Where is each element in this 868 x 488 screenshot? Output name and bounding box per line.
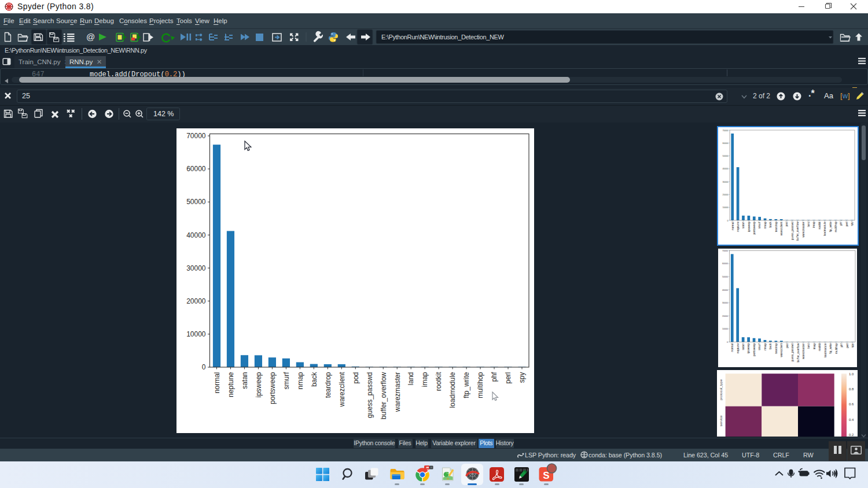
svg-text:0.8: 0.8	[849, 387, 854, 391]
svg-text:portsweep: portsweep	[753, 221, 756, 234]
svg-text:normal: normal	[731, 221, 734, 230]
svg-text:50000: 50000	[723, 155, 729, 157]
svg-text:ftp_write: ftp_write	[462, 372, 470, 398]
svg-text:service: service	[719, 415, 723, 427]
svg-text:ipsweep: ipsweep	[747, 343, 750, 353]
svg-text:multihop: multihop	[476, 372, 484, 398]
svg-text:60000: 60000	[722, 263, 728, 265]
svg-text:60000: 60000	[186, 165, 206, 173]
svg-text:ftp_write: ftp_write	[829, 343, 832, 353]
svg-text:satan: satan	[742, 343, 745, 350]
svg-text:nmap: nmap	[764, 221, 767, 228]
svg-text:smurf: smurf	[758, 343, 761, 350]
svg-text:imap: imap	[812, 221, 815, 228]
svg-text:buffer_overflow: buffer_overflow	[380, 372, 388, 419]
svg-text:teardrop: teardrop	[324, 372, 332, 398]
svg-text:loadmodule: loadmodule	[823, 221, 826, 236]
svg-text:warezmaster: warezmaster	[802, 221, 805, 238]
svg-text:normal: normal	[731, 343, 734, 352]
svg-text:loadmodule: loadmodule	[448, 372, 457, 408]
svg-text:warezclient: warezclient	[780, 343, 783, 357]
svg-text:imap: imap	[421, 372, 429, 387]
svg-text:40000: 40000	[723, 168, 729, 170]
svg-text:10000: 10000	[723, 206, 729, 209]
svg-text:perl: perl	[504, 372, 512, 384]
svg-text:back: back	[310, 372, 318, 387]
svg-text:land: land	[407, 372, 415, 386]
svg-text:neptune: neptune	[737, 343, 740, 353]
svg-text:imap: imap	[813, 343, 816, 349]
svg-text:back: back	[769, 221, 772, 228]
svg-text:30000: 30000	[722, 302, 728, 304]
svg-text:loadmodule: loadmodule	[824, 343, 827, 357]
svg-text:warezmaster: warezmaster	[802, 343, 805, 359]
svg-text:normal: normal	[213, 372, 221, 394]
svg-text:multihop: multihop	[835, 343, 838, 353]
svg-text:70000: 70000	[723, 130, 729, 132]
svg-text:20000: 20000	[722, 315, 728, 317]
svg-text:ipsweep: ipsweep	[748, 221, 751, 232]
svg-text:40000: 40000	[722, 289, 728, 291]
svg-text:spy: spy	[518, 372, 526, 383]
svg-text:50000: 50000	[186, 198, 206, 206]
svg-text:40000: 40000	[186, 231, 206, 239]
svg-text:rootkit: rootkit	[818, 343, 821, 351]
svg-text:nmap: nmap	[764, 343, 767, 350]
svg-text:10000: 10000	[186, 330, 206, 338]
svg-text:neptune: neptune	[227, 372, 235, 397]
svg-text:land: land	[807, 221, 810, 227]
svg-text:phf: phf	[490, 372, 498, 382]
svg-text:50000: 50000	[722, 276, 728, 278]
svg-text:teardrop: teardrop	[775, 221, 778, 232]
svg-text:142 %: 142 %	[153, 110, 174, 118]
svg-text:0: 0	[727, 220, 729, 222]
svg-text:guess_passwd: guess_passwd	[366, 372, 374, 418]
svg-text:70000: 70000	[722, 250, 728, 252]
svg-text:10000: 10000	[722, 328, 728, 330]
svg-text:pod: pod	[786, 343, 789, 347]
svg-text:spy: spy	[851, 343, 854, 347]
svg-text:20000: 20000	[186, 297, 206, 305]
svg-text:20000: 20000	[723, 194, 729, 196]
svg-text:0: 0	[727, 341, 728, 343]
svg-text:30000: 30000	[723, 181, 729, 183]
svg-text:nmap: nmap	[296, 372, 304, 389]
svg-text:back: back	[769, 343, 772, 349]
svg-text:warezmaster: warezmaster	[393, 372, 402, 413]
svg-text:guess_passwd: guess_passwd	[791, 343, 794, 361]
svg-text:ftp_write: ftp_write	[829, 221, 832, 232]
svg-text:phf: phf	[840, 221, 843, 225]
svg-text:satan: satan	[742, 221, 745, 228]
svg-text:rootkit: rootkit	[818, 221, 821, 230]
svg-text:buffer_overflow: buffer_overflow	[796, 221, 799, 241]
svg-text:0.2: 0.2	[849, 433, 854, 437]
svg-text:neptune: neptune	[737, 221, 740, 232]
svg-text:land: land	[807, 343, 810, 348]
svg-text:buffer_overflow: buffer_overflow	[797, 343, 800, 362]
svg-text:smurf: smurf	[758, 221, 761, 229]
svg-text:70000: 70000	[186, 132, 206, 140]
svg-text:satan: satan	[241, 372, 249, 389]
svg-text:portsweep: portsweep	[753, 343, 756, 356]
svg-text:pod: pod	[785, 221, 788, 226]
svg-text:rootkit: rootkit	[435, 372, 443, 391]
svg-text:pod: pod	[352, 372, 360, 384]
svg-text:0: 0	[202, 363, 206, 371]
svg-text:ipsweep: ipsweep	[255, 372, 263, 397]
svg-text:phf: phf	[840, 343, 843, 347]
svg-text:perl: perl	[846, 343, 849, 348]
svg-text:@: @	[86, 32, 95, 42]
svg-text:60000: 60000	[723, 142, 729, 145]
svg-text:1.0: 1.0	[849, 372, 854, 376]
svg-text:30000: 30000	[186, 264, 206, 272]
svg-text:0.6: 0.6	[849, 402, 854, 406]
svg-text:smurf: smurf	[282, 372, 290, 390]
svg-text:E:\PythonRun\NEW\intrusion_Det: E:\PythonRun\NEW\intrusion_Detection_NEW	[381, 34, 505, 40]
svg-text:portsweep: portsweep	[269, 372, 277, 404]
svg-text:spy: spy	[851, 221, 854, 226]
svg-text:0.4: 0.4	[849, 418, 854, 422]
svg-text:perl: perl	[845, 221, 848, 226]
svg-text:protocol_type: protocol_type	[719, 379, 723, 400]
svg-text:teardrop: teardrop	[775, 343, 778, 353]
svg-text:multihop: multihop	[834, 221, 837, 232]
